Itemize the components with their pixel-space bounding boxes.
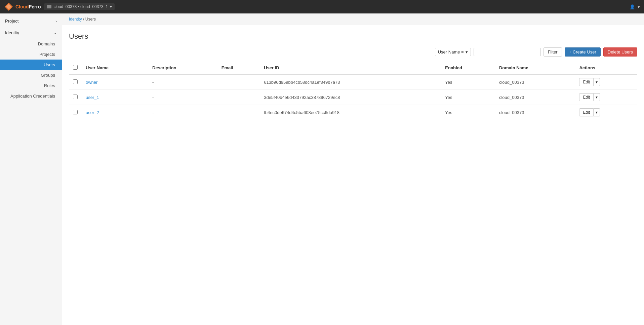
header-email: Email <box>217 62 260 74</box>
username-link[interactable]: owner <box>86 80 97 85</box>
table-row: user_1 - 3de5f40b4e6d433792ac387896729ec… <box>69 90 637 105</box>
header-actions: Actions <box>575 62 637 74</box>
sidebar-item-domains-label: Domains <box>38 41 55 46</box>
row-description: - <box>148 74 217 90</box>
row-checkbox-cell <box>69 105 82 120</box>
row-checkbox-cell <box>69 74 82 90</box>
sidebar-item-roles-label: Roles <box>44 83 55 88</box>
identity-chevron-icon: ⌄ <box>54 31 57 35</box>
layout: Project › Identity ⌄ Domains Projects Us… <box>0 13 644 325</box>
page-content: Users User Name = ▾ Filter + Create User… <box>62 25 644 127</box>
toolbar: User Name = ▾ Filter + Create User Delet… <box>69 47 637 57</box>
sidebar-project[interactable]: Project › <box>0 15 62 27</box>
edit-button[interactable]: Edit <box>579 108 594 116</box>
sidebar-identity[interactable]: Identity ⌄ <box>0 27 62 39</box>
main-content: Identity / Users Users User Name = ▾ Fil… <box>62 13 644 325</box>
row-email <box>217 90 260 105</box>
cloud-selector[interactable]: cloud_00373 • cloud_00373_1 ▾ <box>44 3 115 10</box>
table-row: user_2 - fb4ec0de674d4c5ba608ee75cc6da91… <box>69 105 637 120</box>
edit-dropdown-button[interactable]: ▾ <box>594 78 600 86</box>
edit-dropdown-button[interactable]: ▾ <box>594 93 600 101</box>
breadcrumb-separator: / <box>83 17 85 22</box>
sidebar: Project › Identity ⌄ Domains Projects Us… <box>0 13 62 325</box>
edit-button[interactable]: Edit <box>579 78 594 86</box>
header-checkbox-cell <box>69 62 82 74</box>
edit-dropdown-button[interactable]: ▾ <box>594 108 600 116</box>
sidebar-item-projects-label: Projects <box>39 52 55 57</box>
project-chevron-icon: › <box>55 19 57 23</box>
row-actions: Edit ▾ <box>575 74 637 90</box>
row-domain: cloud_00373 <box>495 90 575 105</box>
sidebar-item-users-label: Users <box>44 62 55 67</box>
select-all-checkbox[interactable] <box>73 65 78 70</box>
filter-select[interactable]: User Name = ▾ <box>435 48 471 56</box>
brand-logo-icon <box>4 2 13 11</box>
row-checkbox-2[interactable] <box>73 110 78 114</box>
navbar: CloudFerro cloud_00373 • cloud_00373_1 ▾… <box>0 0 644 13</box>
sidebar-item-groups[interactable]: Groups <box>0 70 62 80</box>
header-username: User Name <box>82 62 148 74</box>
filter-select-label: User Name = <box>438 49 464 55</box>
filter-select-arrow: ▾ <box>466 49 468 55</box>
row-actions: Edit ▾ <box>575 90 637 105</box>
row-username: user_1 <box>82 90 148 105</box>
row-enabled: Yes <box>441 105 495 120</box>
sidebar-item-app-credentials[interactable]: Application Credentials <box>0 91 62 101</box>
action-group: Edit ▾ <box>579 93 633 101</box>
row-checkbox-0[interactable] <box>73 79 78 84</box>
sidebar-item-projects[interactable]: Projects <box>0 49 62 60</box>
header-description: Description <box>148 62 217 74</box>
row-description: - <box>148 105 217 120</box>
page-title: Users <box>69 32 637 41</box>
header-enabled: Enabled <box>441 62 495 74</box>
row-username: owner <box>82 74 148 90</box>
sidebar-identity-label: Identity <box>5 30 19 35</box>
filter-button[interactable]: Filter <box>544 47 562 57</box>
cloud-selector-label: cloud_00373 • cloud_00373_1 <box>53 4 108 9</box>
breadcrumb: Identity / Users <box>62 13 644 25</box>
breadcrumb-current: Users <box>85 17 96 22</box>
row-enabled: Yes <box>441 74 495 90</box>
users-table: User Name Description Email User ID Enab <box>69 62 637 120</box>
breadcrumb-parent[interactable]: Identity <box>69 17 82 22</box>
row-email <box>217 74 260 90</box>
table-header: User Name Description Email User ID Enab <box>69 62 637 74</box>
row-domain: cloud_00373 <box>495 74 575 90</box>
row-enabled: Yes <box>441 90 495 105</box>
row-checkbox-cell <box>69 90 82 105</box>
navbar-dropdown-arrow: ▾ <box>638 4 640 9</box>
navbar-left: CloudFerro cloud_00373 • cloud_00373_1 ▾ <box>4 2 115 11</box>
username-link[interactable]: user_1 <box>86 95 99 100</box>
user-icon: 👤 <box>630 4 635 9</box>
cloud-selector-arrow: ▾ <box>110 4 112 9</box>
sidebar-item-groups-label: Groups <box>41 73 55 78</box>
delete-users-button[interactable]: Delete Users <box>603 47 637 57</box>
row-description: - <box>148 90 217 105</box>
row-domain: cloud_00373 <box>495 105 575 120</box>
row-userid: fb4ec0de674d4c5ba608ee75cc6da918 <box>260 105 441 120</box>
brand-name: CloudFerro <box>15 4 41 9</box>
sidebar-project-label: Project <box>5 19 18 24</box>
header-domain: Domain Name <box>495 62 575 74</box>
navbar-right[interactable]: 👤 ▾ <box>630 4 640 9</box>
table-row: owner - 613b96d959bb4cb58dc4a1ef349b7a73… <box>69 74 637 90</box>
create-user-button[interactable]: + Create User <box>565 47 601 57</box>
edit-button[interactable]: Edit <box>579 93 594 101</box>
row-userid: 613b96d959bb4cb58dc4a1ef349b7a73 <box>260 74 441 90</box>
action-group: Edit ▾ <box>579 78 633 86</box>
row-userid: 3de5f40b4e6d433792ac387896729ec8 <box>260 90 441 105</box>
brand: CloudFerro <box>4 2 41 11</box>
row-actions: Edit ▾ <box>575 105 637 120</box>
sidebar-item-users[interactable]: Users <box>0 60 62 70</box>
filter-input[interactable] <box>474 48 541 56</box>
username-link[interactable]: user_2 <box>86 110 99 115</box>
row-checkbox-1[interactable] <box>73 95 78 99</box>
action-group: Edit ▾ <box>579 108 633 116</box>
sidebar-item-app-credentials-label: Application Credentials <box>10 94 55 99</box>
table-body: owner - 613b96d959bb4cb58dc4a1ef349b7a73… <box>69 74 637 120</box>
row-username: user_2 <box>82 105 148 120</box>
header-userid: User ID <box>260 62 441 74</box>
server-icon <box>47 5 51 8</box>
sidebar-item-roles[interactable]: Roles <box>0 80 62 91</box>
sidebar-item-domains[interactable]: Domains <box>0 39 62 49</box>
